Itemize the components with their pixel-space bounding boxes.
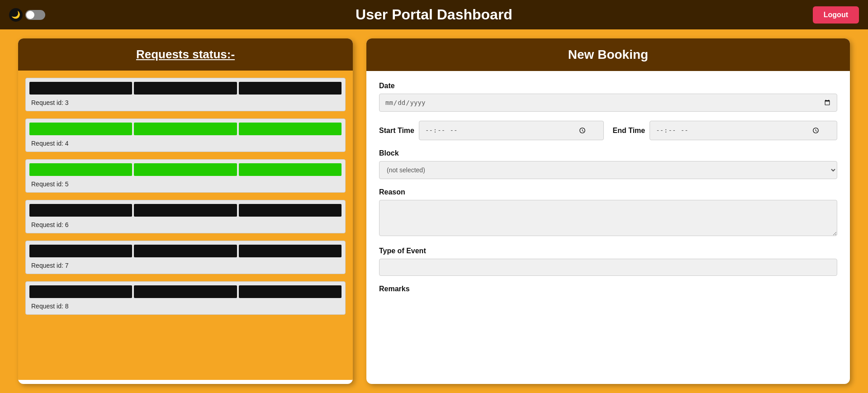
request-bars	[29, 82, 342, 95]
request-bars	[29, 204, 342, 217]
request-label: Request id: 7	[29, 261, 342, 270]
start-time-group: Start Time	[379, 121, 604, 140]
new-booking-title: New Booking	[375, 47, 841, 62]
date-label: Date	[379, 82, 837, 90]
bar-1	[29, 285, 132, 298]
event-type-label: Type of Event	[379, 247, 837, 255]
bar-3	[239, 285, 342, 298]
reason-group: Reason	[379, 188, 837, 238]
bar-3	[239, 245, 342, 257]
bar-2	[134, 163, 237, 176]
bar-3	[239, 123, 342, 135]
request-label: Request id: 5	[29, 180, 342, 189]
bar-2	[134, 82, 237, 95]
bar-2	[134, 123, 237, 135]
request-bars	[29, 163, 342, 176]
bar-3	[239, 163, 342, 176]
remarks-label: Remarks	[379, 285, 837, 293]
request-item: Request id: 6	[25, 200, 346, 233]
bar-1	[29, 123, 132, 135]
requests-status-panel: Requests status:- Request id: 3 Request …	[18, 38, 353, 384]
request-label: Request id: 4	[29, 139, 342, 148]
logout-button[interactable]: Logout	[813, 6, 859, 24]
request-bars	[29, 245, 342, 257]
date-group: Date	[379, 82, 837, 112]
block-select[interactable]: (not selected)Block ABlock BBlock C	[379, 161, 837, 179]
bar-2	[134, 285, 237, 298]
app-header: 🌙 User Portal Dashboard Logout	[0, 0, 868, 29]
bar-1	[29, 245, 132, 257]
remarks-group: Remarks	[379, 285, 837, 293]
event-type-group: Type of Event	[379, 247, 837, 276]
end-time-wrapper	[650, 121, 837, 140]
moon-icon: 🌙	[9, 8, 23, 22]
bar-2	[134, 245, 237, 257]
bar-1	[29, 163, 132, 176]
request-item: Request id: 8	[25, 281, 346, 315]
bar-3	[239, 82, 342, 95]
dark-mode-toggle[interactable]: 🌙	[9, 8, 45, 22]
time-row: Start Time End Time	[379, 121, 837, 140]
block-label: Block	[379, 149, 837, 157]
request-item: Request id: 5	[25, 159, 346, 193]
bar-2	[134, 204, 237, 217]
request-item: Request id: 3	[25, 78, 346, 111]
date-input-wrapper	[379, 94, 837, 112]
requests-list: Request id: 3 Request id: 4 Request id: …	[18, 71, 353, 380]
page-title: User Portal Dashboard	[356, 6, 512, 23]
date-input[interactable]	[379, 94, 837, 112]
end-time-label: End Time	[613, 126, 645, 135]
new-booking-header: New Booking	[366, 38, 850, 71]
request-item: Request id: 4	[25, 118, 346, 152]
request-item: Request id: 7	[25, 241, 346, 274]
requests-status-header: Requests status:-	[18, 38, 353, 71]
reason-textarea[interactable]	[379, 200, 837, 236]
request-label: Request id: 8	[29, 302, 342, 311]
start-time-input[interactable]	[419, 121, 604, 140]
request-bars	[29, 285, 342, 298]
requests-status-title: Requests status:-	[27, 47, 344, 62]
toggle-switch[interactable]	[25, 10, 45, 20]
reason-label: Reason	[379, 188, 837, 196]
main-content: Requests status:- Request id: 3 Request …	[0, 29, 868, 393]
block-group: Block (not selected)Block ABlock BBlock …	[379, 149, 837, 179]
request-label: Request id: 3	[29, 98, 342, 107]
new-booking-panel: New Booking Date Start Time	[366, 38, 850, 384]
bar-3	[239, 204, 342, 217]
start-time-label: Start Time	[379, 126, 414, 135]
bar-1	[29, 82, 132, 95]
request-label: Request id: 6	[29, 220, 342, 229]
end-time-group: End Time	[613, 121, 838, 140]
bar-1	[29, 204, 132, 217]
event-type-input[interactable]	[379, 259, 837, 276]
start-time-wrapper	[419, 121, 604, 140]
new-booking-form: Date Start Time End Time	[366, 71, 850, 313]
end-time-input[interactable]	[650, 121, 837, 140]
request-bars	[29, 123, 342, 135]
